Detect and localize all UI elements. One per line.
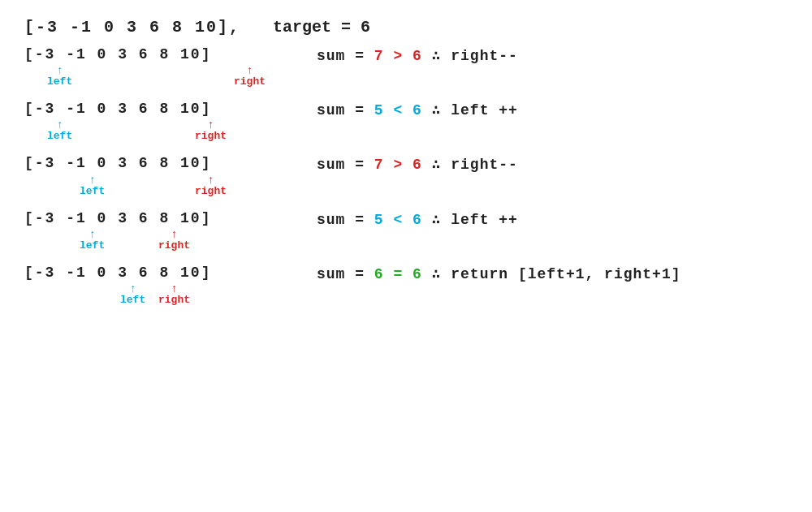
step-row-2: [-3 -1 0 3 6 8 10] ↑ left ↑ right sum = … [24,99,788,147]
right-label-5: right [158,295,190,306]
array-section-1: [-3 -1 0 3 6 8 10] ↑ left ↑ right [24,45,300,93]
right-arrow-3: ↑ [207,174,214,186]
left-label-3: left [80,186,105,197]
left-arrow-3: ↑ [89,174,95,186]
right-arrow-1: ↑ [246,65,253,76]
right-pointer-4: ↑ right [158,229,190,252]
main-page: [-3 -1 0 3 6 8 10], target = 6 [-3 -1 0 … [0,0,812,512]
array-section-2: [-3 -1 0 3 6 8 10] ↑ left ↑ right [24,99,300,147]
right-label-3: right [195,186,227,197]
pointers-row-2: ↑ left ↑ right [24,119,300,147]
array-line-3: [-3 -1 0 3 6 8 10] [24,153,300,174]
right-pointer-3: ↑ right [195,174,227,197]
left-label-2: left [47,131,72,142]
pointers-row-3: ↑ left ↑ right [24,174,300,202]
left-arrow-4: ↑ [89,229,95,240]
right-arrow-4: ↑ [171,229,177,240]
left-pointer-4: ↑ left [80,229,105,252]
right-label-2: right [195,131,227,142]
explanation-5: sum = 6 = 6 ∴ return [left+1, right+1] [317,263,681,282]
title-row: [-3 -1 0 3 6 8 10], target = 6 [24,18,788,37]
left-arrow-5: ↑ [129,283,136,295]
array-section-5: [-3 -1 0 3 6 8 10] ↑ left ↑ right [24,263,300,311]
array-section-4: [-3 -1 0 3 6 8 10] ↑ left ↑ right [24,209,300,256]
pointers-row-1: ↑ left ↑ right [24,65,300,93]
right-arrow-2: ↑ [207,119,214,131]
pointers-row-4: ↑ left ↑ right [24,229,300,256]
right-pointer-1: ↑ right [234,65,266,88]
step-row-1: [-3 -1 0 3 6 8 10] ↑ left ↑ right sum = … [24,45,788,93]
left-pointer-3: ↑ left [80,174,105,197]
right-label-1: right [234,76,266,88]
array-section-3: [-3 -1 0 3 6 8 10] ↑ left ↑ right [24,153,300,201]
array-line-2: [-3 -1 0 3 6 8 10] [24,99,300,119]
right-arrow-5: ↑ [171,283,177,295]
right-pointer-2: ↑ right [195,119,227,142]
left-label-5: left [120,295,145,306]
explanation-4: sum = 5 < 6 ∴ left ++ [317,209,518,228]
left-label-1: left [47,76,72,88]
title-array: [-3 -1 0 3 6 8 10], [24,18,240,37]
left-arrow-2: ↑ [56,119,63,131]
right-pointer-5: ↑ right [158,283,190,306]
step-row-4: [-3 -1 0 3 6 8 10] ↑ left ↑ right sum = … [24,209,788,256]
step-1: [-3 -1 0 3 6 8 10] ↑ left ↑ right sum = … [24,45,788,93]
title-target: target = 6 [273,18,370,37]
step-row-3: [-3 -1 0 3 6 8 10] ↑ left ↑ right sum = … [24,153,788,201]
step-3: [-3 -1 0 3 6 8 10] ↑ left ↑ right sum = … [24,153,788,201]
left-arrow-1: ↑ [56,65,63,76]
left-pointer-2: ↑ left [47,119,72,142]
explanation-3: sum = 7 > 6 ∴ right-- [317,153,518,173]
array-line-5: [-3 -1 0 3 6 8 10] [24,263,300,283]
explanation-1: sum = 7 > 6 ∴ right-- [317,45,518,64]
step-row-5: [-3 -1 0 3 6 8 10] ↑ left ↑ right sum = … [24,263,788,311]
step-5: [-3 -1 0 3 6 8 10] ↑ left ↑ right sum = … [24,263,788,311]
step-4: [-3 -1 0 3 6 8 10] ↑ left ↑ right sum = … [24,209,788,256]
steps-container: [-3 -1 0 3 6 8 10] ↑ left ↑ right sum = … [24,45,788,311]
step-2: [-3 -1 0 3 6 8 10] ↑ left ↑ right sum = … [24,99,788,147]
explanation-2: sum = 5 < 6 ∴ left ++ [317,99,518,118]
array-line-4: [-3 -1 0 3 6 8 10] [24,209,300,229]
left-label-4: left [80,240,105,252]
right-label-4: right [158,240,190,252]
left-pointer-1: ↑ left [47,65,72,88]
left-pointer-5: ↑ left [120,283,145,306]
pointers-row-5: ↑ left ↑ right [24,283,300,311]
array-line-1: [-3 -1 0 3 6 8 10] [24,45,300,65]
